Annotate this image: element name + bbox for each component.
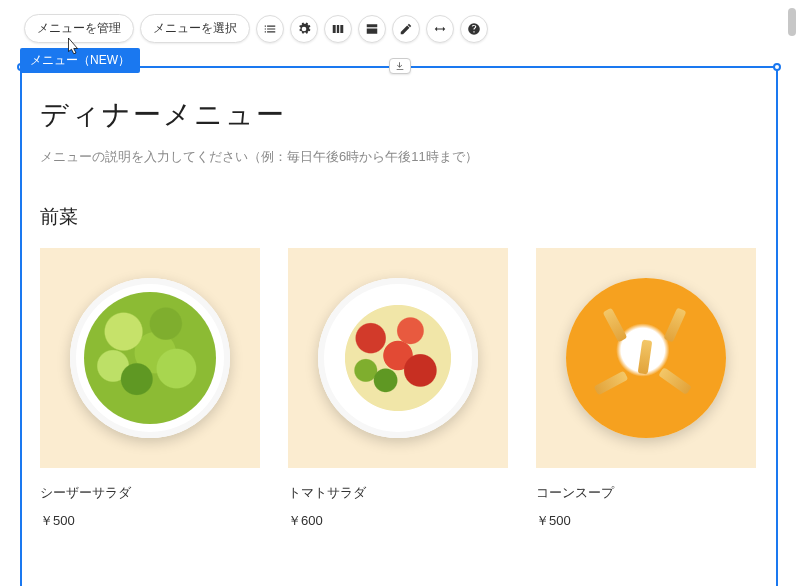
select-menu-button[interactable]: メニューを選択: [140, 14, 250, 43]
scrollbar-thumb[interactable]: [788, 8, 796, 36]
menu-canvas: ディナーメニュー メニューの説明を入力してください（例：毎日午後6時から午後11…: [20, 66, 778, 586]
dish-name: トマトサラダ: [288, 484, 508, 502]
arrows-h-icon[interactable]: [426, 15, 454, 43]
page-title[interactable]: ディナーメニュー: [40, 96, 758, 134]
dish-name: シーザーサラダ: [40, 484, 260, 502]
dish-price: ￥500: [40, 512, 260, 530]
list-icon[interactable]: [256, 15, 284, 43]
download-icon[interactable]: [389, 58, 411, 74]
cursor-pointer-icon: [64, 36, 82, 58]
pencil-icon[interactable]: [392, 15, 420, 43]
section-heading[interactable]: 前菜: [40, 204, 758, 230]
dish-card[interactable]: コーンスープ ￥500: [536, 248, 756, 530]
layout-icon[interactable]: [358, 15, 386, 43]
dish-grid: シーザーサラダ ￥500 トマトサラダ ￥600 コーンスープ ￥500: [40, 248, 758, 530]
columns-icon[interactable]: [324, 15, 352, 43]
dish-image: [536, 248, 756, 468]
dish-price: ￥500: [536, 512, 756, 530]
page-subtitle[interactable]: メニューの説明を入力してください（例：毎日午後6時から午後11時まで）: [40, 148, 758, 166]
gear-icon[interactable]: [290, 15, 318, 43]
dish-image: [288, 248, 508, 468]
dish-name: コーンスープ: [536, 484, 756, 502]
dish-card[interactable]: シーザーサラダ ￥500: [40, 248, 260, 530]
dish-image: [40, 248, 260, 468]
editor-toolbar: メニューを管理 メニューを選択: [24, 14, 488, 43]
dish-card[interactable]: トマトサラダ ￥600: [288, 248, 508, 530]
help-icon[interactable]: [460, 15, 488, 43]
dish-price: ￥600: [288, 512, 508, 530]
